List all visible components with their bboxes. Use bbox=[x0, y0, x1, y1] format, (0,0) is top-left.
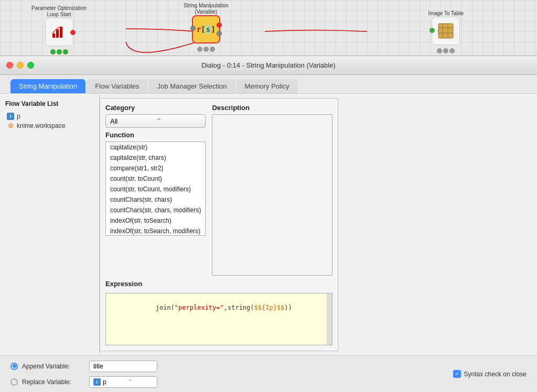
tabs-bar: String Manipulation Flow Variables Job M… bbox=[0, 75, 537, 94]
replace-var-icon: i bbox=[93, 378, 101, 386]
expression-scrollbar[interactable] bbox=[327, 293, 332, 345]
node-param-status bbox=[50, 49, 68, 55]
description-box bbox=[212, 114, 332, 276]
category-select[interactable]: All ⌃ bbox=[105, 114, 206, 128]
gear-icon: ⚙ bbox=[7, 122, 14, 129]
sidebar: Flow Variable List i p ⚙ knime.workspace bbox=[0, 94, 100, 355]
bottom-bar: Append Variable: Replace Variable: i p ⌃… bbox=[0, 355, 537, 392]
node-image-table[interactable]: Image To Table bbox=[428, 10, 464, 53]
function-item[interactable]: capitalize(str, chars) bbox=[106, 153, 205, 163]
full-panel: Flow Variable List i p ⚙ knime.workspace… bbox=[0, 94, 342, 355]
tab-string-manipulation[interactable]: String Manipulation bbox=[10, 79, 85, 93]
replace-variable-label: Replace Variable: bbox=[22, 378, 85, 386]
function-item[interactable]: capitalize(str) bbox=[106, 142, 205, 153]
svg-rect-2 bbox=[60, 27, 62, 38]
function-item[interactable]: countChars(str, chars, modifiers) bbox=[106, 205, 205, 215]
expr-close: )) bbox=[284, 304, 292, 311]
node-string-icon: r[s] bbox=[192, 15, 220, 43]
node-image-label: Image To Table bbox=[428, 10, 464, 17]
append-variable-input[interactable] bbox=[89, 361, 157, 372]
function-item[interactable]: indexOf(str, toSearch, modifiers) bbox=[106, 226, 205, 236]
category-label: Category bbox=[105, 104, 206, 112]
sidebar-item-workspace[interactable]: ⚙ knime.workspace bbox=[5, 121, 94, 130]
minimize-button[interactable] bbox=[17, 62, 24, 69]
replace-variable-row: Replace Variable: i p ⌃ bbox=[10, 376, 157, 388]
node-param-label: Parameter Optimization Loop Start bbox=[31, 5, 87, 18]
tab-flow-variables[interactable]: Flow Variables bbox=[87, 79, 147, 93]
expr-var: $${Ip}$$ bbox=[254, 304, 285, 311]
replace-variable-value: p bbox=[103, 378, 128, 386]
node-string-status bbox=[197, 47, 215, 52]
expr-comma: ,string( bbox=[224, 304, 254, 311]
traffic-lights[interactable] bbox=[6, 62, 34, 69]
svg-rect-3 bbox=[438, 24, 453, 38]
replace-select-arrow-icon: ⌃ bbox=[128, 379, 153, 385]
append-radio-dot bbox=[13, 364, 16, 368]
append-variable-label: Append Variable: bbox=[22, 363, 85, 370]
node-image-icon bbox=[432, 17, 460, 45]
function-item[interactable]: count(str, toCount, modifiers) bbox=[106, 184, 205, 194]
expression-text: join("perplexity=",string($${Ip}$$)) bbox=[110, 297, 328, 319]
bottom-right: ✓ Syntax check on close bbox=[453, 370, 527, 378]
expr-string-lit: "perplexity=" bbox=[175, 304, 224, 311]
sidebar-item-p-label: p bbox=[17, 113, 20, 120]
category-section: Category All ⌃ bbox=[105, 104, 206, 128]
maximize-button[interactable] bbox=[27, 62, 34, 69]
append-variable-row: Append Variable: bbox=[10, 361, 157, 372]
description-section: Description bbox=[212, 104, 332, 276]
replace-variable-select[interactable]: i p ⌃ bbox=[89, 376, 157, 388]
syntax-check-checkbox[interactable]: ✓ bbox=[453, 370, 461, 378]
function-item[interactable]: compare(str1, str2) bbox=[106, 163, 205, 173]
window-title: Dialog - 0:14 - String Manipulation (Var… bbox=[6, 61, 531, 69]
close-button[interactable] bbox=[6, 62, 13, 69]
node-image-status bbox=[437, 48, 455, 53]
expression-section: Expression join("perplexity=",string($${… bbox=[105, 280, 332, 345]
function-item[interactable]: count(str, toCount) bbox=[106, 173, 205, 184]
node-string-label: String Manipulation (Variable) bbox=[184, 3, 229, 15]
node-string-manip[interactable]: String Manipulation (Variable) r[s] bbox=[184, 3, 229, 52]
tab-job-manager[interactable]: Job Manager Selection bbox=[149, 79, 235, 93]
category-value: All bbox=[110, 117, 156, 125]
sidebar-item-p[interactable]: i p bbox=[5, 112, 94, 121]
description-label: Description bbox=[212, 104, 332, 112]
function-label: Function bbox=[105, 131, 206, 139]
sidebar-title: Flow Variable List bbox=[5, 100, 94, 107]
tab-memory-policy[interactable]: Memory Policy bbox=[237, 79, 298, 93]
replace-radio[interactable] bbox=[10, 378, 18, 386]
main-content: Flow Variable List i p ⚙ knime.workspace… bbox=[0, 94, 537, 355]
var-icon-i: i bbox=[7, 113, 14, 120]
node-param-opt[interactable]: Parameter Optimization Loop Start bbox=[31, 5, 87, 55]
function-section: Function capitalize(str) capitalize(str,… bbox=[105, 131, 206, 276]
syntax-check-container[interactable]: ✓ Syntax check on close bbox=[453, 370, 527, 378]
category-arrow-icon: ⌃ bbox=[156, 117, 201, 125]
svg-rect-1 bbox=[56, 29, 59, 38]
canvas-area: Parameter Optimization Loop Start String… bbox=[0, 0, 537, 56]
syntax-check-label: Syntax check on close bbox=[464, 371, 527, 378]
append-radio[interactable] bbox=[10, 363, 18, 370]
sidebar-item-workspace-label: knime.workspace bbox=[17, 122, 66, 129]
svg-rect-0 bbox=[52, 34, 55, 38]
expr-join: join( bbox=[156, 304, 175, 311]
expression-area[interactable]: join("perplexity=",string($${Ip}$$)) bbox=[105, 293, 332, 345]
node-param-icon bbox=[45, 18, 73, 46]
title-bar: Dialog - 0:14 - String Manipulation (Var… bbox=[0, 56, 537, 75]
expression-label: Expression bbox=[105, 280, 332, 288]
function-item[interactable]: countChars(str, chars) bbox=[106, 194, 205, 205]
function-list[interactable]: capitalize(str) capitalize(str, chars) c… bbox=[105, 141, 206, 236]
function-item[interactable]: indexOf(str, toSearch) bbox=[106, 215, 205, 226]
bottom-left: Append Variable: Replace Variable: i p ⌃ bbox=[10, 361, 157, 388]
